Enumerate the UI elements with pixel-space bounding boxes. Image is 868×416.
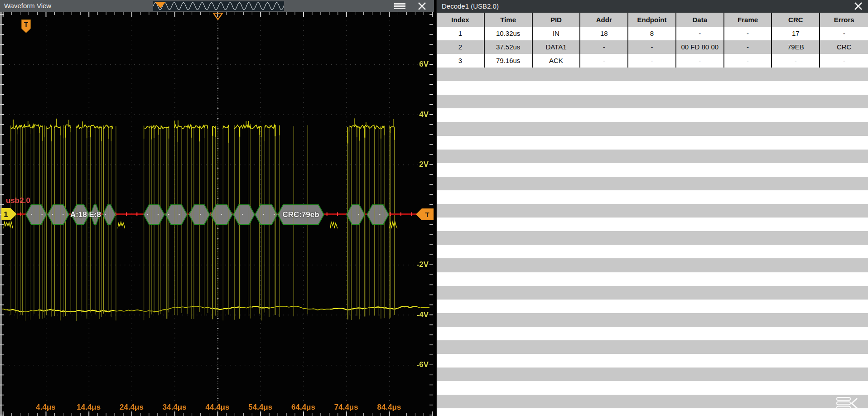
decode-cell[interactable]: 10.32us <box>485 27 533 40</box>
column-header-pid: PID <box>533 13 581 27</box>
decode-cell[interactable]: - <box>772 54 820 68</box>
time-label: 64.4μs <box>291 403 315 412</box>
decode-segment <box>211 205 232 224</box>
decode-empty-rows <box>437 68 868 416</box>
voltage-label: -4V <box>417 310 429 319</box>
waveform-titlebar[interactable]: Waveform View <box>0 0 434 12</box>
decode-cell[interactable]: - <box>676 27 724 40</box>
trigger-time-badge[interactable]: T <box>415 208 434 221</box>
decode-cell[interactable]: ACK <box>533 54 581 68</box>
svg-text:T: T <box>425 211 429 218</box>
decode-cell[interactable]: 00 FD 80 00 <box>676 40 724 54</box>
timebase-scrollbar[interactable] <box>153 1 284 11</box>
column-header-crc: CRC <box>772 13 820 27</box>
decode-close-icon[interactable] <box>852 0 864 12</box>
decode-cell[interactable]: - <box>724 27 772 40</box>
decode-cell[interactable]: 8 <box>628 27 676 40</box>
waveform-panel: Waveform View T usb <box>0 0 434 416</box>
decode-segment <box>26 205 47 224</box>
decode-table-header: IndexTimePIDAddrEndpointDataFrameCRCErro… <box>437 13 868 27</box>
decode-cell[interactable]: - <box>724 40 772 54</box>
decode-segment <box>255 205 277 224</box>
decode-row-3[interactable]: 379.16usACK------ <box>437 54 868 68</box>
waveform-plot: T usb2.0 1 A:18 E:8 CRC:79eb T 6V4V2V-2V… <box>0 12 434 416</box>
decode-cell[interactable]: - <box>628 54 676 68</box>
decode-cell[interactable]: 2 <box>437 40 485 54</box>
column-header-endpoint: Endpoint <box>628 13 676 27</box>
decode-row-2[interactable]: 237.52usDATA1--00 FD 80 00-79EBCRC <box>437 40 868 54</box>
decode-cell[interactable]: - <box>820 27 868 40</box>
column-header-addr: Addr <box>580 13 628 27</box>
voltage-label: -6V <box>417 360 429 369</box>
decode-segment <box>367 205 389 224</box>
decode-field-label: CRC:79eb <box>282 210 319 219</box>
decode-panel: Decode1 (USB2.0) IndexTimePIDAddrEndpoin… <box>436 0 868 416</box>
decode-cell[interactable]: - <box>676 54 724 68</box>
time-label: 4.4μs <box>36 403 56 412</box>
column-header-errors: Errors <box>820 13 868 27</box>
voltage-label: 4V <box>419 110 429 119</box>
decode-cell[interactable]: 17 <box>772 27 820 40</box>
decode-segment <box>165 205 187 224</box>
time-label: 54.4μs <box>248 403 272 412</box>
sine-wave-icon <box>153 1 284 11</box>
decode-bus-layer <box>0 12 434 416</box>
decode-cell[interactable]: - <box>580 40 628 54</box>
decode-cell[interactable]: - <box>724 54 772 68</box>
decode-cell[interactable]: - <box>580 54 628 68</box>
screen: Waveform View T usb <box>0 0 868 416</box>
decode-segment <box>189 205 210 224</box>
column-header-index: Index <box>437 13 485 27</box>
menu-icon[interactable] <box>394 0 406 12</box>
time-label: 34.4μs <box>163 403 187 412</box>
column-header-frame: Frame <box>724 13 772 27</box>
decode-cell[interactable]: 18 <box>580 27 628 40</box>
time-label: 14.4μs <box>77 403 101 412</box>
voltage-label: -2V <box>417 260 429 269</box>
decode-segment <box>48 205 69 224</box>
decode-title: Decode1 (USB2.0) <box>442 2 499 10</box>
decode-cell[interactable]: - <box>820 54 868 68</box>
decode-cell[interactable]: - <box>628 40 676 54</box>
decode-cell[interactable]: 79EB <box>772 40 820 54</box>
decode-cell[interactable]: IN <box>533 27 581 40</box>
column-header-time: Time <box>485 13 533 27</box>
time-label: 84.4μs <box>377 403 401 412</box>
decode-cell[interactable]: DATA1 <box>533 40 581 54</box>
voltage-label: 2V <box>419 160 429 169</box>
decode-cell[interactable]: 3 <box>437 54 485 68</box>
time-label: 44.4μs <box>206 403 230 412</box>
waveform-close-icon[interactable] <box>416 0 428 12</box>
decode-field-label: A:18 E:8 <box>70 210 101 219</box>
decode-segment <box>347 205 365 224</box>
decode-cell[interactable]: CRC <box>820 40 868 54</box>
scrollbar-position-marker[interactable] <box>155 2 166 8</box>
decode-segment <box>144 205 164 224</box>
time-label: 24.4μs <box>120 403 144 412</box>
column-header-data: Data <box>676 13 724 27</box>
decode-titlebar: Decode1 (USB2.0) <box>437 0 868 13</box>
decode-cell[interactable]: 1 <box>437 27 485 40</box>
waveform-title: Waveform View <box>4 2 51 10</box>
voltage-label: 6V <box>419 60 429 69</box>
decode-segment <box>103 205 116 224</box>
decode-row-1[interactable]: 110.32usIN188--17- <box>437 27 868 40</box>
decode-cell[interactable]: 79.16us <box>485 54 533 68</box>
decode-segment <box>233 205 255 224</box>
time-label: 74.4μs <box>334 403 358 412</box>
decode-cell[interactable]: 37.52us <box>485 40 533 54</box>
collapse-table-icon[interactable] <box>836 397 859 410</box>
